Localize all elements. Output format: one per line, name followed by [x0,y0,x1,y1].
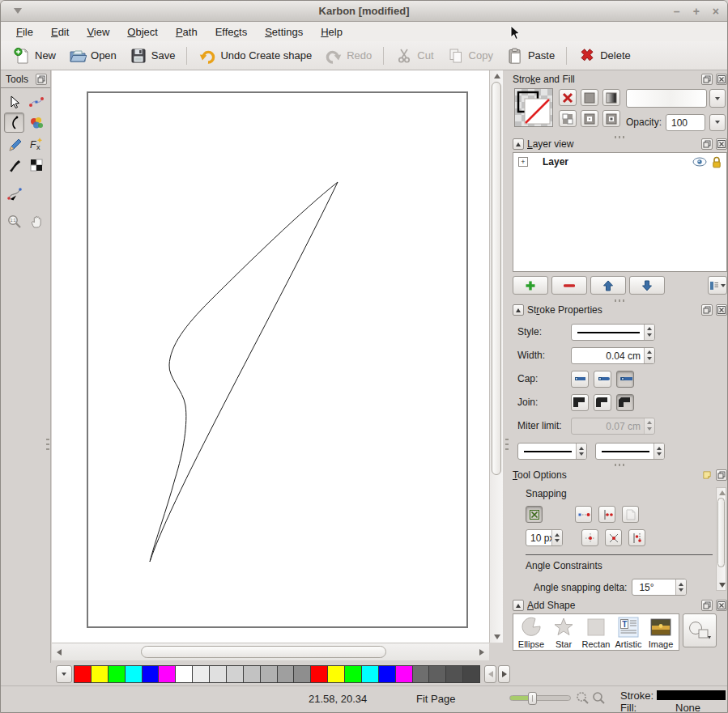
close-icon[interactable] [716,304,727,316]
no-fill-button[interactable] [559,89,577,106]
color-swatch[interactable] [92,666,109,682]
spinner[interactable] [551,530,562,545]
palette-scroll-left-button[interactable] [484,665,496,683]
curve-edit-tool[interactable] [4,183,24,203]
scroll-up-arrow[interactable] [494,74,500,79]
canvas-horizontal-scrollbar[interactable] [52,643,489,660]
solid-fill-button[interactable] [581,89,598,106]
zoom-slider[interactable] [509,695,571,701]
redo-button[interactable]: Redo [319,44,377,68]
pencil-tool[interactable] [4,134,24,154]
shape-image[interactable]: Image [645,616,677,649]
stroke-preset-combo[interactable] [626,89,707,108]
color-swatch[interactable] [193,666,210,682]
color-swatch[interactable] [311,666,328,682]
raise-layer-button[interactable] [590,276,626,295]
dock-splitter-handle[interactable] [505,439,509,453]
spinner[interactable] [653,444,664,459]
color-swatch[interactable] [396,666,413,682]
float-icon[interactable] [701,600,713,611]
dock-splitter[interactable] [503,70,511,663]
palette-scroll-right-button[interactable] [498,665,510,683]
evenodd-rule-button[interactable] [581,110,598,127]
undo-button[interactable]: Undo Create shape [193,44,317,68]
color-swatch[interactable] [328,666,345,682]
color-swatch[interactable] [159,666,176,682]
cut-button[interactable]: Cut [390,44,439,68]
snap-node-button[interactable] [598,506,615,523]
float-icon[interactable] [716,469,727,481]
menu-help[interactable]: Help [312,23,351,40]
color-swatch[interactable] [261,666,278,682]
zoom-tool[interactable]: 1:1 [4,211,24,231]
color-swatch[interactable] [75,666,92,682]
palette-menu-button[interactable] [56,665,72,683]
shape-star[interactable]: Star [547,616,580,649]
cap-round-button[interactable] [594,371,611,388]
close-icon[interactable] [716,74,727,85]
minimize-button[interactable]: – [674,1,680,22]
snap-intersection-button[interactable] [605,529,622,546]
cap-flat-button[interactable] [571,371,589,388]
scroll-up-arrow[interactable] [719,490,726,495]
shape-rectangle[interactable]: Rectan [580,616,612,649]
color-swatch[interactable] [227,666,244,682]
tools-float-button[interactable] [36,74,47,85]
zoom-mode-label[interactable]: Fit Page [416,693,455,705]
opacity-spinbox[interactable]: 100 [666,114,705,131]
paste-button[interactable]: Paste [500,44,560,68]
scroll-down-arrow[interactable] [494,634,500,639]
zoom-page-icon[interactable] [592,691,606,705]
snap-bounding-box-button[interactable] [628,529,645,546]
gradient-fill-button[interactable] [602,89,620,106]
spinner[interactable] [644,348,654,363]
end-marker-combo[interactable] [595,443,665,460]
shape-collection-button[interactable] [683,613,717,647]
copy-button[interactable]: Copy [441,44,499,68]
snap-extension-button[interactable] [581,529,598,546]
menu-object[interactable]: Object [118,23,167,40]
color-swatch[interactable] [413,666,430,682]
panel-splitter-handle[interactable] [46,439,49,453]
collapse-button[interactable] [513,600,524,611]
close-icon[interactable] [716,600,727,611]
color-swatch[interactable] [109,666,126,682]
new-button[interactable]: New [7,44,62,68]
start-marker-combo[interactable] [517,443,587,460]
spinner[interactable] [576,444,586,459]
pattern-tool[interactable] [26,155,46,175]
canvas-vertical-scrollbar[interactable] [489,70,503,643]
pattern-fill-button[interactable] [559,110,577,127]
menu-file[interactable]: File [7,23,42,40]
line-style-combo[interactable] [571,324,655,341]
view-mode-button[interactable] [708,276,727,295]
color-swatch[interactable] [379,666,396,682]
join-miter-button[interactable] [571,394,589,411]
miter-limit-spinbox[interactable]: 0.07 cm [571,418,655,435]
collapse-button[interactable] [513,304,524,316]
spinner[interactable] [644,325,654,340]
color-swatch[interactable] [294,666,311,682]
snap-orthogonal-button[interactable] [575,506,592,523]
zoom-slider-handle[interactable] [528,692,537,705]
pan-tool[interactable] [26,211,46,231]
cap-square-button[interactable] [616,371,634,388]
docker-resize-handle[interactable] [615,299,626,302]
menu-path[interactable]: Path [167,23,206,40]
menu-settings[interactable]: Settings [256,23,312,40]
layer-row[interactable]: + Layer [513,153,726,171]
float-icon[interactable] [701,304,713,316]
stroke-fill-preview[interactable] [514,88,553,127]
color-swatch[interactable] [210,666,227,682]
color-swatch[interactable] [446,666,463,682]
shape-artistic-text[interactable]: T Artistic [612,616,645,649]
color-swatch[interactable] [143,666,160,682]
color-swatch[interactable] [362,666,379,682]
note-icon[interactable] [701,469,713,481]
snapping-toggle-button[interactable] [526,506,543,523]
spinner[interactable] [675,579,686,595]
shape-ellipse[interactable]: Ellipse [515,616,547,649]
docker-resize-handle[interactable] [615,464,626,466]
save-button[interactable]: Save [124,44,181,68]
snap-page-button[interactable] [622,506,639,523]
